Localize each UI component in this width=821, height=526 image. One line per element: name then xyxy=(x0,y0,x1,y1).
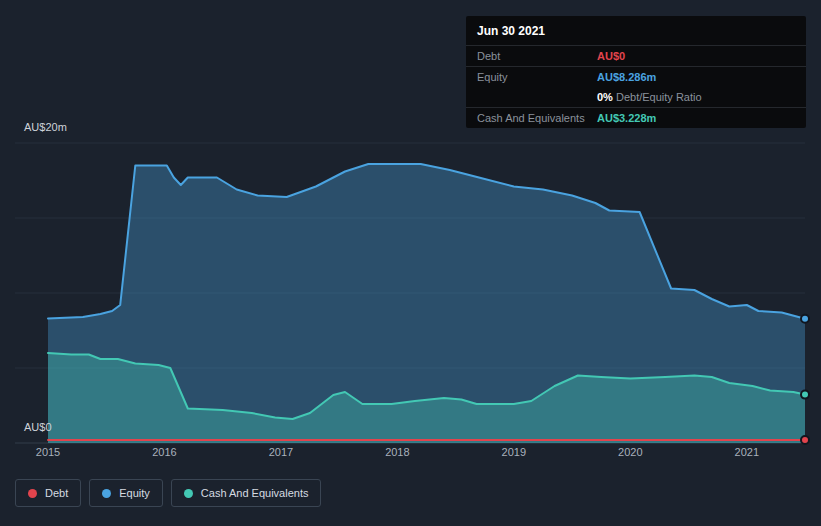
legend-item-equity[interactable]: Equity xyxy=(89,479,163,507)
tooltip-equity-group: Equity AU$8.286m 0% Debt/Equity Ratio xyxy=(466,67,806,108)
chart-tooltip: Jun 30 2021 Debt AU$0 Equity AU$8.286m 0… xyxy=(466,16,806,128)
chart-legend: DebtEquityCash And Equivalents xyxy=(15,479,321,507)
legend-label: Equity xyxy=(119,487,150,499)
tooltip-debt-row: Debt AU$0 xyxy=(466,46,806,67)
legend-label: Debt xyxy=(45,487,68,499)
debt-end-dot xyxy=(801,436,809,444)
tooltip-equity-value: AU$8.286m xyxy=(597,71,656,83)
tooltip-cash-value: AU$3.228m xyxy=(597,112,656,124)
tooltip-equity-label: Equity xyxy=(477,71,597,83)
legend-label: Cash And Equivalents xyxy=(201,487,309,499)
legend-dot xyxy=(184,489,193,498)
y-axis-label-top: AU$20m xyxy=(24,121,67,133)
legend-dot xyxy=(28,489,37,498)
x-axis-label-2017: 2017 xyxy=(269,446,293,458)
tooltip-ratio-percent: 0% xyxy=(597,91,613,103)
tooltip-cash-label: Cash And Equivalents xyxy=(477,112,597,124)
x-axis-label-2021: 2021 xyxy=(735,446,759,458)
x-axis-label-2018: 2018 xyxy=(385,446,409,458)
debt-equity-history-chart: AU$20m AU$0 2015201620172018201920202021… xyxy=(0,0,821,526)
tooltip-ratio-suffix: Debt/Equity Ratio xyxy=(613,91,702,103)
tooltip-debt-value: AU$0 xyxy=(597,50,625,62)
x-axis-label-2016: 2016 xyxy=(152,446,176,458)
tooltip-ratio-row: 0% Debt/Equity Ratio xyxy=(466,87,806,107)
equity-end-dot xyxy=(801,315,809,323)
y-axis-label-bottom: AU$0 xyxy=(24,421,52,433)
legend-dot xyxy=(102,489,111,498)
x-axis-label-2015: 2015 xyxy=(36,446,60,458)
tooltip-date: Jun 30 2021 xyxy=(466,16,806,46)
legend-item-debt[interactable]: Debt xyxy=(15,479,81,507)
tooltip-debt-label: Debt xyxy=(477,50,597,62)
tooltip-cash-row: Cash And Equivalents AU$3.228m xyxy=(466,108,806,128)
x-axis-label-2019: 2019 xyxy=(502,446,526,458)
tooltip-ratio-value: 0% Debt/Equity Ratio xyxy=(597,91,702,103)
cash-end-dot xyxy=(801,391,809,399)
tooltip-equity-row: Equity AU$8.286m xyxy=(466,67,806,87)
x-axis: 2015201620172018201920202021 xyxy=(0,446,821,462)
legend-item-cash-and-equivalents[interactable]: Cash And Equivalents xyxy=(171,479,322,507)
x-axis-label-2020: 2020 xyxy=(618,446,642,458)
